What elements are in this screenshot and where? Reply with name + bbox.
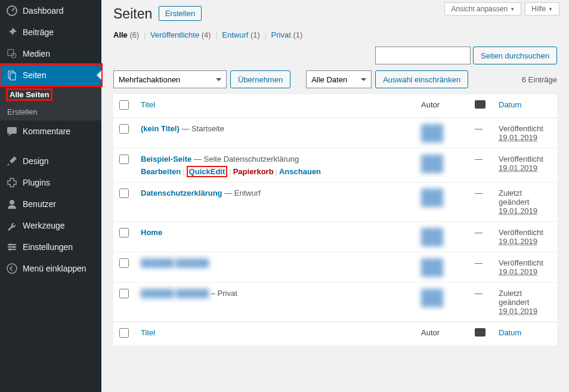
action-quickedit[interactable]: QuickEdit [189,167,225,176]
row-comments: — [475,189,483,197]
sidebar-label: Werkzeuge [23,221,65,230]
svg-point-12 [7,264,17,273]
sidebar-item-collapse[interactable]: Menü einklappen [0,258,101,279]
sidebar-label: Einstellungen [23,242,73,252]
action-trash[interactable]: Papierkorb [233,167,274,176]
row-title-link[interactable]: Home [141,228,162,237]
col-comments-foot[interactable] [469,322,493,346]
row-comments: — [475,258,483,267]
col-date-foot[interactable]: Datum [493,322,557,346]
col-title-foot[interactable]: Titel [135,322,415,346]
admin-sidebar: Dashboard Beiträge Medien Seiten Alle Se… [0,0,101,392]
sidebar-subitem-add-new[interactable]: Erstellen [0,103,101,121]
sidebar-item-appearance[interactable]: Design [0,150,101,172]
table-row: (kein Titel) — Startseite████ ████—Veröf… [113,118,557,149]
select-all-checkbox-foot[interactable] [119,328,129,338]
row-checkbox[interactable] [119,258,129,268]
row-author: ████ ████ [421,155,443,172]
sidebar-item-dashboard[interactable]: Dashboard [0,0,101,21]
page-icon [6,69,18,81]
chevron-down-icon: ▼ [510,7,515,12]
row-author: ████ ████ [421,258,443,276]
row-checkbox[interactable] [119,124,129,134]
sidebar-subitem-all-pages[interactable]: Alle Seiten [0,86,101,103]
col-author: Autor [415,94,469,118]
pin-icon [6,26,18,38]
sidebar-item-users[interactable]: Benutzer [0,193,101,215]
sidebar-label: Beiträge [23,27,54,37]
row-status: Zuletzt geändert [499,289,551,307]
row-date: 19.01.2019 [499,237,551,246]
bulk-apply-button[interactable]: Übernehmen [230,70,290,88]
sidebar-item-plugins[interactable]: Plugins [0,172,101,193]
sidebar-item-posts[interactable]: Beiträge [0,21,101,43]
row-title-link[interactable]: Datenschutzerklärung [141,189,222,197]
table-row: ██████ ██████████ ████—Veröffentlicht19.… [113,252,557,283]
comment-icon [475,328,485,337]
row-author: ████ ████ [421,124,443,142]
sidebar-item-comments[interactable]: Kommentare [0,121,101,142]
table-row: Beispiel-Seite — Seite Datenschutzerklär… [113,149,557,183]
sidebar-label: Menü einklappen [23,264,86,273]
col-comments[interactable] [469,94,493,118]
add-new-button[interactable]: Erstellen [159,6,202,21]
search-input[interactable] [375,47,471,64]
filter-published[interactable]: Veröffentlichte [150,30,199,39]
user-icon [6,198,18,210]
sidebar-label: Dashboard [23,6,64,16]
filter-button[interactable]: Auswahl einschränken [375,70,468,88]
table-row: Home████ ████—Veröffentlicht19.01.2019 [113,222,557,252]
col-title[interactable]: Titel [135,94,415,118]
pages-table: Titel Autor Datum (kein Titel) — Startse… [113,94,557,345]
svg-point-9 [9,243,11,246]
row-date: 19.01.2019 [499,307,551,316]
svg-point-10 [13,246,15,248]
sidebar-item-pages[interactable]: Seiten [0,64,101,86]
row-state: – Privat [209,289,237,298]
row-title-link[interactable]: Beispiel-Seite [141,155,191,163]
brush-icon [6,155,18,167]
col-date[interactable]: Datum [493,94,557,118]
row-title-blur: ██████ ██████ [141,258,209,267]
row-title-blur: ██████ ██████ [141,289,209,298]
page-title: Seiten [113,6,152,22]
dashboard-icon [6,5,18,17]
tools-icon [6,220,18,232]
row-author: ████ ████ [421,228,443,246]
row-status: Zuletzt geändert [499,189,551,206]
row-date: 19.01.2019 [499,163,551,172]
screen-options-button[interactable]: Ansicht anpassen▼ [444,2,521,16]
bulk-actions-select[interactable]: Mehrfachaktionen [113,70,227,88]
row-status: Veröffentlicht [499,124,551,133]
date-filter-select[interactable]: Alle Daten [306,70,372,88]
select-all-checkbox[interactable] [119,100,129,110]
sidebar-item-tools[interactable]: Werkzeuge [0,215,101,236]
row-checkbox[interactable] [119,155,129,164]
sidebar-item-media[interactable]: Medien [0,43,101,64]
row-status: Veröffentlicht [499,155,551,163]
filter-draft[interactable]: Entwurf [222,30,248,39]
search-button[interactable]: Seiten durchsuchen [473,47,557,64]
row-title-link[interactable]: (kein Titel) [141,124,180,133]
comment-icon [6,125,18,137]
comment-icon [475,100,485,109]
sidebar-label: Medien [23,49,50,58]
sidebar-label: Benutzer [23,199,56,209]
row-checkbox[interactable] [119,189,129,198]
row-state: — Entwurf [222,189,261,197]
plugin-icon [6,177,18,189]
action-view[interactable]: Anschauen [279,167,321,176]
settings-icon [6,241,18,253]
items-count: 6 Einträge [522,75,557,84]
action-edit[interactable]: Bearbeiten [141,167,181,176]
collapse-icon [6,263,18,274]
row-checkbox[interactable] [119,228,129,237]
filter-private[interactable]: Privat [271,30,291,39]
row-actions: Bearbeiten|QuickEdit|Papierkorb|Anschaue… [141,167,409,176]
table-row: ██████ ██████ – Privat████ ████—Zuletzt … [113,283,557,322]
sidebar-item-settings[interactable]: Einstellungen [0,236,101,258]
help-button[interactable]: Hilfe▼ [525,2,559,16]
row-comments: — [475,289,483,298]
filter-all[interactable]: Alle [113,30,128,39]
row-checkbox[interactable] [119,289,129,298]
